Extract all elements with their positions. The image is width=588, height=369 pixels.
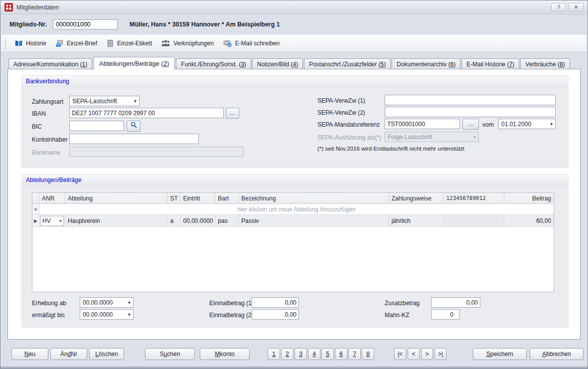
help-button[interactable]: ?	[551, 3, 566, 11]
footer: Neu ÄndNr Löschen Suchen Mkonto 1 2 3 4 …	[0, 340, 588, 367]
einzel-brief-button[interactable]: Einzel-Brief	[51, 37, 102, 49]
window-resize-edge[interactable]	[0, 367, 588, 369]
suchen-button[interactable]: Suchen	[145, 348, 195, 360]
einmalbetrag1-input[interactable]	[252, 297, 299, 308]
nav-last-button[interactable]: >|	[435, 348, 446, 360]
cell-beitrag[interactable]: 60,00	[504, 215, 554, 226]
col-eintritt[interactable]: Eintritt	[180, 193, 215, 203]
col-beitrag[interactable]: Beitrag	[504, 193, 554, 203]
page-6-button[interactable]: 6	[335, 348, 347, 360]
mandat-vom-date-select[interactable]: 01.01.2000	[498, 119, 556, 129]
app-icon	[4, 3, 13, 11]
cell-months[interactable]	[443, 215, 504, 226]
vom-label: vom	[482, 121, 494, 129]
page-4-button[interactable]: 4	[308, 348, 320, 360]
table-new-row[interactable]: ✳ hier klicken um neue Abteilung hinzuzu…	[32, 204, 554, 215]
sepa-verwzw2-input[interactable]	[385, 107, 556, 117]
email-schreiben-button[interactable]: @ E-Mail schreiben	[218, 37, 284, 49]
zahlungsart-label: Zahlungsart	[32, 98, 63, 106]
col-months[interactable]: 123456789012	[443, 193, 504, 203]
nav-next-button[interactable]: >	[421, 348, 433, 360]
book-icon	[14, 39, 23, 47]
tab-adresse-kommunikation[interactable]: Adresse/Kommunikation (1)	[8, 58, 92, 70]
tab-dokumentenarchiv[interactable]: Dokumentenarchiv (6)	[392, 58, 460, 70]
bic-input[interactable]	[69, 121, 124, 131]
iban-label: IBAN	[32, 110, 46, 118]
mahn-kz-label: Mahn-KZ	[385, 311, 409, 319]
tab-page: Bankverbindung Zahlungsart SEPA-Lastschr…	[7, 69, 581, 340]
mahn-kz-input[interactable]	[431, 309, 460, 320]
page-5-button[interactable]: 5	[321, 348, 334, 360]
tab-postanschrf-zusatzfelder[interactable]: Postanschrf./Zusatzfelder (5)	[304, 58, 391, 70]
page-2-button[interactable]: 2	[281, 348, 294, 360]
page-7-button[interactable]: 7	[348, 348, 361, 360]
zusatzbetrag-input[interactable]	[431, 297, 480, 308]
tabstrip: Adresse/Kommunikation (1) Abteilungen/Be…	[8, 56, 581, 69]
anr-select[interactable]: HV	[40, 216, 64, 226]
col-st[interactable]: ST	[167, 193, 180, 203]
svg-text:@: @	[228, 43, 231, 47]
loeschen-button[interactable]: Löschen	[89, 348, 124, 360]
aendnr-button[interactable]: ÄndNr	[50, 348, 87, 360]
nav-first-button[interactable]: |<	[394, 348, 406, 360]
einzel-etikett-label: Einzel-Etikett	[117, 40, 152, 47]
bic-search-button[interactable]	[127, 121, 141, 132]
col-zahlungsweise[interactable]: Zahlungsweise	[389, 193, 444, 203]
ermaessigt-bis-label: ermäßigt bis	[32, 311, 65, 319]
tab-email-historie[interactable]: E-Mail Historie (7)	[461, 58, 519, 70]
new-row-hint[interactable]: hier klicken um neue Abteilung hinzuzufü…	[39, 204, 554, 214]
toolbar-grip[interactable]	[5, 38, 6, 49]
cell-anr: HV	[39, 215, 65, 226]
neu-button[interactable]: Neu	[11, 348, 48, 360]
sepa-verwzw1-input[interactable]	[385, 95, 556, 105]
member-header: Mitglieds-Nr. Müller, Hans * 30159 Hanno…	[0, 14, 588, 34]
erstlastschrift-note: (*) seit Nov.2016 wird Erstlastschrift n…	[317, 146, 464, 152]
tab-notizen-bild[interactable]: Notizen/Bild (4)	[252, 58, 303, 70]
bic-label: BIC	[32, 123, 42, 131]
page-8-button[interactable]: 8	[362, 348, 374, 360]
iban-input[interactable]	[69, 108, 224, 118]
einzel-etikett-button[interactable]: Einzel-Etikett	[102, 37, 156, 49]
erhebung-ab-label: Erhebung ab	[32, 299, 66, 307]
sepa-mandatsreferenz-input[interactable]	[385, 119, 460, 129]
cell-abteilung[interactable]: Hauptverein	[65, 215, 168, 226]
cell-zahlungsweise[interactable]: jährlich	[389, 215, 444, 226]
kontoinhaber-label: Kontoinhaber	[32, 136, 67, 144]
tab-verbraeuche[interactable]: Verbräuche (8)	[520, 58, 570, 70]
zahlungsart-select[interactable]: SEPA-Lastschrift	[69, 96, 140, 106]
col-abteilung[interactable]: Abteilung	[65, 193, 168, 203]
cell-bart[interactable]: pas	[215, 215, 239, 226]
kontoinhaber-input[interactable]	[69, 134, 199, 144]
col-bezeichnung[interactable]: Bezeichnung	[239, 193, 389, 203]
new-row-marker: ✳	[32, 204, 39, 214]
abbrechen-button[interactable]: Abbrechen	[530, 348, 584, 360]
mkonto-button[interactable]: Mkonto	[200, 348, 250, 360]
ermaessigt-bis-select[interactable]: 00.00.0000	[80, 309, 134, 320]
table-header-row: ANR Abteilung ST Eintritt Bart Bezeichnu…	[32, 193, 554, 204]
tab-funkt-ehrung-sonst[interactable]: Funkt./Ehrung/Sonst. (3)	[176, 58, 251, 70]
cell-st[interactable]: a	[167, 215, 180, 226]
bank-section-title: Bankverbindung	[22, 76, 568, 87]
erhebung-ab-select[interactable]: 00.00.0000	[80, 297, 134, 308]
cell-eintritt[interactable]: 00.00.0000	[180, 215, 215, 226]
verknuepfungen-button[interactable]: Verknüpfungen	[156, 37, 218, 49]
einmalbetrag2-input[interactable]	[252, 309, 299, 320]
page-1-button[interactable]: 1	[268, 348, 280, 360]
page-3-button[interactable]: 3	[294, 348, 307, 360]
col-bart[interactable]: Bart	[215, 193, 239, 203]
historie-button[interactable]: Historie	[10, 37, 51, 49]
sepa-mandatsreferenz-label: SEPA-Mandatsreferenz	[317, 121, 380, 129]
close-button[interactable]: ✕	[569, 3, 584, 11]
member-no-input[interactable]	[53, 19, 118, 29]
sepa-ausfuehrung-select: Folge-Lastschrift	[385, 132, 479, 142]
col-anr[interactable]: ANR	[39, 193, 65, 203]
nav-prev-button[interactable]: <	[408, 348, 420, 360]
window-title: Mitgliederdaten	[16, 4, 59, 11]
iban-browse-button[interactable]: ...	[226, 108, 239, 119]
member-no-label: Mitglieds-Nr.	[9, 21, 47, 28]
mandat-browse-button[interactable]: ...	[462, 119, 479, 130]
table-row[interactable]: ▶ HV Hauptverein a 00.00.0000 pas Passiv…	[32, 215, 554, 227]
speichern-button[interactable]: Speichern	[473, 348, 527, 360]
tab-abteilungen-beitraege[interactable]: Abteilungen/Beiträge (2)	[93, 57, 175, 70]
cell-bezeichnung[interactable]: Passiv	[239, 215, 389, 226]
